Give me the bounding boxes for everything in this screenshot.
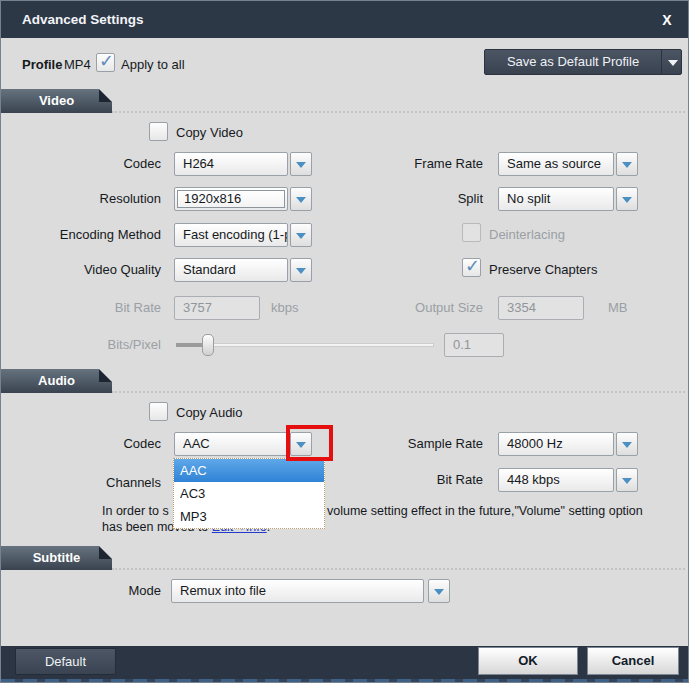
subtitle-mode-label: Mode bbox=[21, 583, 161, 598]
audio-codec-label: Codec bbox=[21, 436, 161, 451]
sample-rate-select[interactable]: 48000 Hz bbox=[498, 432, 638, 456]
audio-section-tab: Audio bbox=[1, 369, 112, 393]
video-bitrate-unit: kbps bbox=[271, 300, 298, 315]
chevron-down-icon bbox=[668, 60, 678, 66]
dropdown-option-ac3[interactable]: AC3 bbox=[174, 482, 324, 505]
frame-rate-value[interactable]: Same as source bbox=[498, 152, 614, 176]
video-quality-label: Video Quality bbox=[21, 262, 161, 277]
cancel-button[interactable]: Cancel bbox=[587, 647, 679, 675]
chevron-down-icon bbox=[296, 197, 306, 203]
chevron-down-icon bbox=[296, 268, 306, 274]
resolution-dropdown-arrow[interactable] bbox=[290, 187, 312, 211]
tab-fold-corner bbox=[99, 369, 112, 382]
deinterlacing-label: Deinterlacing bbox=[489, 227, 565, 242]
bits-per-pixel-label: Bits/Pixel bbox=[21, 337, 161, 352]
video-codec-value[interactable]: H264 bbox=[174, 152, 288, 176]
tab-fold-corner bbox=[99, 89, 112, 102]
copy-audio-label: Copy Audio bbox=[176, 405, 243, 420]
audio-bitrate-value[interactable]: 448 kbps bbox=[498, 468, 614, 492]
video-codec-select[interactable]: H264 bbox=[174, 152, 312, 176]
encoding-method-label: Encoding Method bbox=[21, 227, 161, 242]
section-dotted-divider bbox=[112, 565, 685, 570]
dropdown-option-mp3[interactable]: MP3 bbox=[174, 505, 324, 528]
save-profile-dropdown-arrow[interactable] bbox=[662, 50, 683, 74]
resolution-label: Resolution bbox=[21, 191, 161, 206]
audio-codec-value[interactable]: AAC bbox=[174, 432, 288, 456]
video-codec-label: Codec bbox=[21, 156, 161, 171]
video-section-label: Video bbox=[39, 93, 74, 108]
advanced-settings-dialog: Advanced Settings X Profile MP4 Apply to… bbox=[0, 0, 689, 683]
chevron-down-icon bbox=[434, 589, 444, 595]
encoding-method-dropdown-arrow[interactable] bbox=[290, 223, 312, 247]
output-size-label: Output Size bbox=[341, 300, 483, 315]
sample-rate-value[interactable]: 48000 Hz bbox=[498, 432, 614, 456]
audio-section-label: Audio bbox=[38, 373, 75, 388]
chevron-down-icon bbox=[622, 442, 632, 448]
audio-codec-dropdown-list: AAC AC3 MP3 bbox=[173, 458, 325, 529]
section-dotted-divider bbox=[112, 108, 685, 113]
volume-note-line1-prefix: In order to s bbox=[102, 504, 169, 518]
section-dotted-divider bbox=[112, 388, 685, 393]
video-section-tab: Video bbox=[1, 89, 112, 113]
audio-bitrate-label: Bit Rate bbox=[341, 472, 483, 487]
apply-to-all-label: Apply to all bbox=[121, 57, 185, 72]
dialog-title: Advanced Settings bbox=[22, 12, 144, 27]
save-default-profile-label: Save as Default Profile bbox=[485, 50, 661, 74]
subtitle-section-tab: Subtitle bbox=[1, 546, 112, 570]
subtitle-mode-value[interactable]: Remux into file bbox=[171, 579, 424, 603]
apply-to-all-checkbox[interactable] bbox=[96, 53, 115, 72]
resolution-select[interactable]: 1920x816 bbox=[174, 187, 312, 211]
split-label: Split bbox=[341, 191, 483, 206]
bits-per-pixel-slider-thumb[interactable] bbox=[202, 334, 214, 356]
copy-video-checkbox[interactable] bbox=[149, 122, 168, 141]
profile-value: MP4 bbox=[64, 57, 91, 72]
split-value[interactable]: No split bbox=[498, 187, 614, 211]
channels-label: Channels bbox=[21, 475, 161, 490]
copy-audio-checkbox[interactable] bbox=[149, 402, 168, 421]
encoding-method-select[interactable]: Fast encoding (1-pas bbox=[174, 223, 312, 247]
audio-bitrate-select[interactable]: 448 kbps bbox=[498, 468, 638, 492]
chevron-down-icon bbox=[622, 162, 632, 168]
chevron-down-icon bbox=[622, 197, 632, 203]
resolution-value[interactable]: 1920x816 bbox=[177, 190, 285, 208]
video-quality-value[interactable]: Standard bbox=[174, 258, 288, 282]
default-button[interactable]: Default bbox=[15, 648, 116, 675]
preserve-chapters-checkbox[interactable] bbox=[462, 258, 481, 277]
deinterlacing-checkbox[interactable] bbox=[462, 223, 481, 242]
split-dropdown-arrow[interactable] bbox=[616, 187, 638, 211]
audio-bitrate-dropdown-arrow[interactable] bbox=[616, 468, 638, 492]
sample-rate-dropdown-arrow[interactable] bbox=[616, 432, 638, 456]
bits-per-pixel-input[interactable]: 0.1 bbox=[444, 333, 504, 357]
chevron-down-icon bbox=[296, 162, 306, 168]
close-icon[interactable]: X bbox=[656, 9, 678, 31]
copy-video-label: Copy Video bbox=[176, 125, 243, 140]
volume-note-line1-suffix: volume setting effect in the future,"Vol… bbox=[327, 504, 643, 518]
frame-rate-label: Frame Rate bbox=[341, 156, 483, 171]
bits-per-pixel-slider-track[interactable] bbox=[176, 343, 434, 347]
split-select[interactable]: No split bbox=[498, 187, 638, 211]
output-size-unit: MB bbox=[608, 300, 628, 315]
video-quality-dropdown-arrow[interactable] bbox=[290, 258, 312, 282]
frame-rate-dropdown-arrow[interactable] bbox=[616, 152, 638, 176]
chevron-down-icon bbox=[296, 233, 306, 239]
ok-button[interactable]: OK bbox=[478, 647, 578, 675]
output-size-input[interactable]: 3354 bbox=[498, 296, 584, 320]
profile-label: Profile bbox=[22, 57, 62, 72]
sample-rate-label: Sample Rate bbox=[341, 436, 483, 451]
video-bitrate-input[interactable]: 3757 bbox=[174, 296, 260, 320]
video-quality-select[interactable]: Standard bbox=[174, 258, 312, 282]
encoding-method-value[interactable]: Fast encoding (1-pas bbox=[174, 223, 288, 247]
dropdown-option-aac[interactable]: AAC bbox=[174, 459, 324, 482]
red-highlight-annotation bbox=[286, 425, 333, 461]
chevron-down-icon bbox=[622, 478, 632, 484]
save-default-profile-button[interactable]: Save as Default Profile bbox=[484, 49, 682, 75]
preserve-chapters-label: Preserve Chapters bbox=[489, 262, 597, 277]
tab-fold-corner bbox=[99, 546, 112, 559]
subtitle-mode-dropdown-arrow[interactable] bbox=[428, 579, 450, 603]
frame-rate-select[interactable]: Same as source bbox=[498, 152, 638, 176]
window-bottom-edge bbox=[1, 679, 689, 683]
video-bitrate-label: Bit Rate bbox=[21, 300, 161, 315]
subtitle-section-label: Subtitle bbox=[33, 550, 81, 565]
video-codec-dropdown-arrow[interactable] bbox=[290, 152, 312, 176]
subtitle-mode-select[interactable]: Remux into file bbox=[171, 579, 450, 603]
